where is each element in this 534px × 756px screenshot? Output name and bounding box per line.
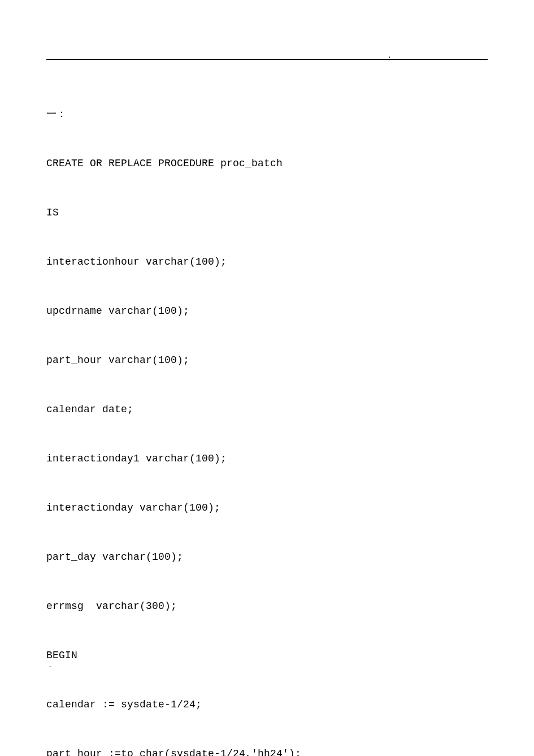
code-line: calendar := sysdate-1/24; [46, 697, 488, 713]
header-dot: . [388, 48, 392, 64]
horizontal-rule [46, 59, 488, 60]
code-line: CREATE OR REPLACE PROCEDURE proc_batch [46, 155, 488, 172]
code-line: IS [46, 205, 488, 221]
code-line: calendar date; [46, 401, 488, 418]
code-block: 一： CREATE OR REPLACE PROCEDURE proc_batc… [46, 74, 488, 756]
footer-dot: . [48, 658, 52, 674]
code-line: errmsg varchar(300); [46, 598, 488, 615]
code-line: interactionhour varchar(100); [46, 254, 488, 270]
document-page: . 一： CREATE OR REPLACE PROCEDURE proc_ba… [0, 0, 534, 756]
code-line: interactionday1 varchar(100); [46, 451, 488, 467]
code-line: part_hour :=to_char(sysdate-1/24,'hh24')… [46, 746, 488, 756]
code-line: upcdrname varchar(100); [46, 303, 488, 319]
code-line: BEGIN [46, 647, 488, 664]
code-line: part_day varchar(100); [46, 549, 488, 565]
code-line: part_hour varchar(100); [46, 352, 488, 369]
code-line: 一： [46, 106, 488, 123]
code-line: interactionday varchar(100); [46, 500, 488, 516]
